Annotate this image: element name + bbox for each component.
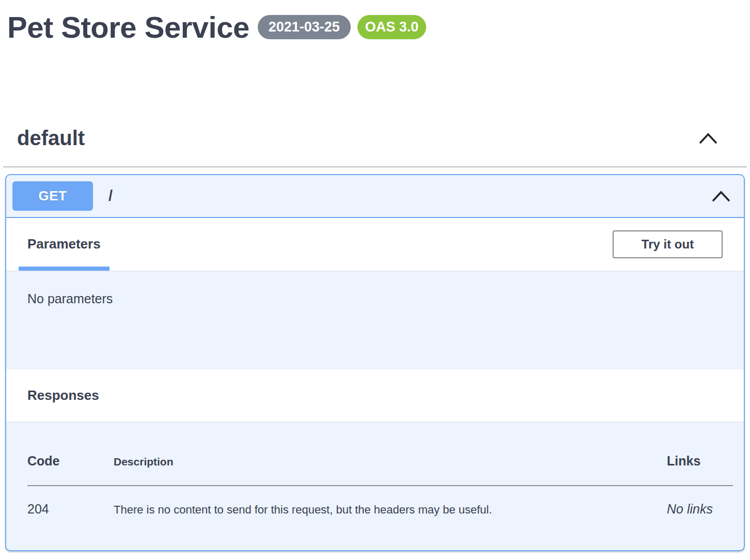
tag-divider [3, 166, 747, 167]
page-title: Pet Store Service [7, 10, 249, 45]
operation-summary[interactable]: GET / [6, 175, 744, 218]
response-links: No links [667, 502, 733, 517]
responses-body: Code Description Links 204 There is no c… [6, 422, 744, 550]
response-code: 204 [27, 502, 114, 517]
operation-collapse-button[interactable] [712, 189, 730, 203]
chevron-up-icon [712, 196, 730, 204]
no-parameters-text: No parameters [27, 291, 113, 306]
responses-table-header: Code Description Links [27, 422, 733, 469]
version-badge: 2021-03-25 [258, 15, 351, 39]
column-header-links: Links [667, 454, 733, 469]
operation-block-get: GET / Parameters Try it out No parameter… [5, 174, 745, 551]
api-info-header: Pet Store Service 2021-03-25 OAS 3.0 [0, 0, 750, 45]
badges: 2021-03-25 OAS 3.0 [258, 15, 427, 39]
chevron-up-icon [698, 138, 718, 146]
responses-header: Responses [6, 369, 744, 422]
swagger-page: Pet Store Service 2021-03-25 OAS 3.0 def… [0, 0, 750, 551]
tab-parameters[interactable]: Parameters [19, 218, 110, 271]
responses-title: Responses [27, 387, 99, 403]
http-method-button[interactable]: GET [12, 181, 93, 211]
column-header-description: Description [114, 456, 667, 468]
column-header-code: Code [27, 454, 114, 469]
operation-path: / [108, 188, 113, 205]
tag-collapse-button[interactable] [698, 131, 718, 145]
response-description: There is no content to send for this req… [114, 503, 667, 518]
oas-version-badge: OAS 3.0 [357, 15, 427, 39]
tag-title: default [17, 127, 85, 150]
table-row: 204 There is no content to send for this… [27, 486, 733, 518]
parameters-body: No parameters [6, 271, 744, 369]
parameters-header: Parameters Try it out [6, 218, 744, 271]
try-it-out-button[interactable]: Try it out [613, 230, 723, 258]
tag-section-header[interactable]: default [0, 127, 750, 150]
